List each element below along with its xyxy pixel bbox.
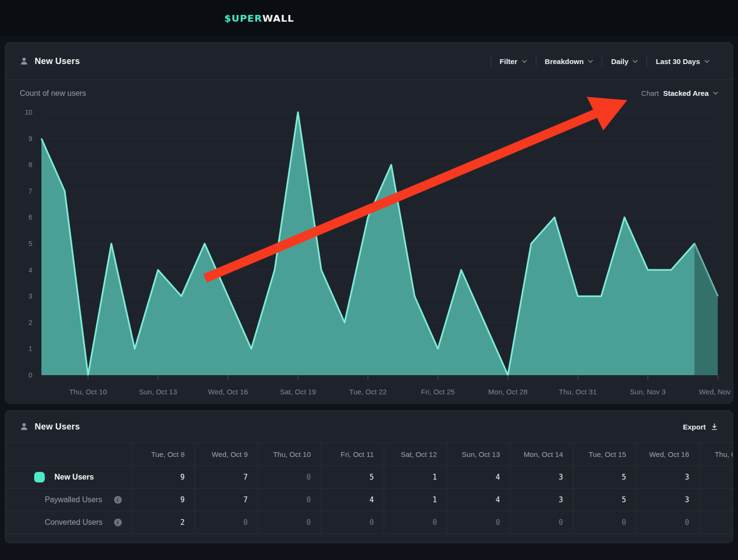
table-panel-header: New Users Export bbox=[5, 411, 733, 443]
x-axis-label: Wed, Nov 6 bbox=[699, 388, 733, 396]
table-row: Paywalled Usersi 970414353 bbox=[5, 489, 733, 511]
row-label-cell: Paywalled Usersi bbox=[5, 489, 131, 511]
column-header: Wed, Oct 16 bbox=[636, 443, 699, 466]
x-axis-label: Mon, Oct 28 bbox=[488, 388, 528, 396]
table-cell: 7 bbox=[194, 466, 258, 489]
table-cell: 1 bbox=[384, 466, 447, 489]
column-header: Fri, Oct 11 bbox=[321, 443, 384, 466]
new-users-chart-panel: New Users Filter Breakdown Daily Last 30… bbox=[5, 42, 733, 404]
x-axis-label: Wed, Oct 16 bbox=[208, 388, 248, 396]
export-label: Export bbox=[683, 423, 706, 431]
table-cell: 7 bbox=[194, 489, 258, 511]
table-cell: 4 bbox=[447, 466, 510, 489]
x-axis-label: Sun, Oct 13 bbox=[139, 388, 177, 396]
y-axis-label: 4 bbox=[28, 266, 32, 274]
table-cell: 0 bbox=[258, 489, 321, 511]
x-axis-label: Thu, Oct 10 bbox=[69, 388, 107, 396]
table-row: Converted Usersi 200000000 bbox=[5, 511, 733, 534]
x-axis-label: Fri, Oct 25 bbox=[421, 388, 455, 396]
table-cell: 0 bbox=[258, 466, 321, 489]
y-axis-label: 8 bbox=[28, 161, 32, 169]
column-header: Mon, Oct 14 bbox=[510, 443, 573, 466]
logo-primary: $UPER bbox=[224, 13, 262, 24]
table-cell: 4 bbox=[447, 489, 510, 511]
column-header: Tue, Oct 15 bbox=[573, 443, 636, 466]
y-axis-label: 7 bbox=[28, 187, 32, 195]
table-cell bbox=[699, 489, 733, 511]
x-axis-label: Thu, Oct 31 bbox=[559, 388, 596, 396]
x-axis-label: Sat, Oct 19 bbox=[280, 388, 316, 396]
column-header: Thu, Oct 17 bbox=[699, 443, 733, 466]
superwall-logo: $UPERWALL bbox=[224, 13, 294, 24]
table-cell: 5 bbox=[573, 489, 636, 511]
export-button[interactable]: Export bbox=[683, 423, 718, 431]
series-color-swatch bbox=[34, 472, 45, 482]
table-cell: 0 bbox=[573, 511, 636, 534]
y-axis-label: 5 bbox=[28, 240, 32, 247]
y-axis-label: 6 bbox=[28, 213, 32, 221]
y-axis-label: 3 bbox=[28, 292, 32, 300]
column-header: Sun, Oct 13 bbox=[447, 443, 510, 466]
row-label: Converted Users bbox=[45, 518, 103, 527]
column-header: Tue, Oct 8 bbox=[131, 443, 194, 466]
table-cell: 1 bbox=[384, 489, 447, 511]
table-cell: 9 bbox=[131, 466, 194, 489]
table-cell: 2 bbox=[131, 511, 194, 534]
table-row: New Users 970514353 bbox=[5, 466, 733, 489]
table-cell bbox=[699, 466, 733, 489]
table-panel-title: New Users bbox=[35, 422, 80, 432]
table-cell: 3 bbox=[510, 489, 573, 511]
dimmed-last-segment bbox=[695, 243, 718, 375]
info-icon[interactable]: i bbox=[114, 496, 122, 504]
table-cell: 3 bbox=[636, 489, 699, 511]
table-cell: 0 bbox=[321, 511, 384, 534]
column-header: Sat, Oct 12 bbox=[384, 443, 447, 466]
y-axis-label: 10 bbox=[25, 108, 32, 116]
table-cell: 5 bbox=[321, 466, 384, 489]
table-header-row: Tue, Oct 8Wed, Oct 9Thu, Oct 10Fri, Oct … bbox=[5, 443, 733, 466]
table-cell: 0 bbox=[384, 511, 447, 534]
table-cell: 9 bbox=[131, 489, 194, 511]
stacked-area-chart[interactable]: 012345678910Thu, Oct 10Sun, Oct 13Wed, O… bbox=[5, 43, 733, 404]
y-axis-label: 2 bbox=[28, 319, 32, 326]
logo-secondary: WALL bbox=[262, 13, 294, 24]
row-label: Paywalled Users bbox=[45, 495, 102, 504]
row-label: New Users bbox=[54, 473, 94, 482]
y-axis-label: 1 bbox=[28, 345, 32, 352]
new-users-table-panel: New Users Export Tue, Oct 8Wed, Oct 9Thu… bbox=[5, 410, 733, 543]
new-users-data-table: Tue, Oct 8Wed, Oct 9Thu, Oct 10Fri, Oct … bbox=[5, 443, 733, 534]
table-cell: 3 bbox=[510, 466, 573, 489]
table-cell: 0 bbox=[447, 511, 510, 534]
top-nav-bar: $UPERWALL bbox=[0, 0, 738, 36]
info-icon[interactable]: i bbox=[114, 519, 122, 526]
y-axis-label: 0 bbox=[28, 371, 32, 379]
table-cell bbox=[699, 511, 733, 534]
person-icon bbox=[20, 422, 28, 431]
table-cell: 0 bbox=[194, 511, 258, 534]
table-cell: 3 bbox=[636, 466, 699, 489]
y-axis-label: 9 bbox=[28, 135, 32, 143]
table-cell: 5 bbox=[573, 466, 636, 489]
table-cell: 0 bbox=[510, 511, 573, 534]
column-header: Thu, Oct 10 bbox=[258, 443, 321, 466]
table-cell: 0 bbox=[258, 511, 321, 534]
download-icon bbox=[711, 423, 718, 430]
row-label-cell: New Users bbox=[5, 466, 131, 489]
table-cell: 0 bbox=[636, 511, 699, 534]
row-label-cell: Converted Usersi bbox=[5, 511, 131, 534]
x-axis-label: Tue, Oct 22 bbox=[349, 388, 387, 396]
row-label-column-header bbox=[5, 443, 131, 466]
column-header: Wed, Oct 9 bbox=[194, 443, 258, 466]
table-cell: 4 bbox=[321, 489, 384, 511]
x-axis-label: Sun, Nov 3 bbox=[630, 388, 666, 396]
